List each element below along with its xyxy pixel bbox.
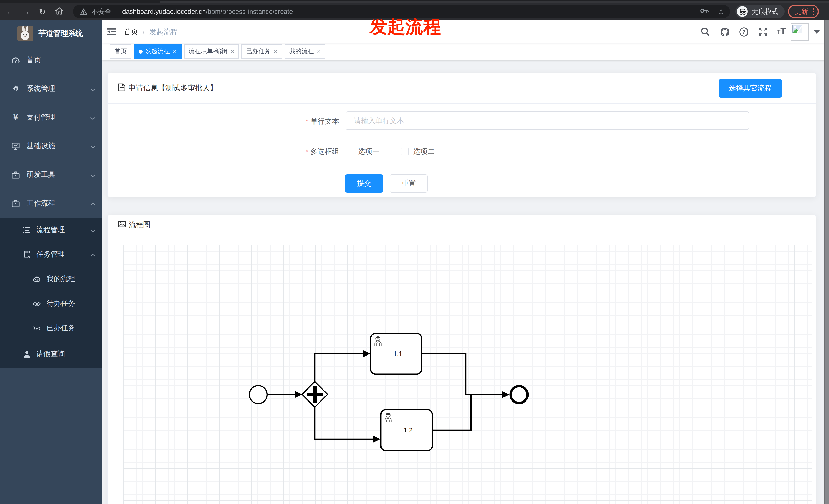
incognito-icon — [737, 6, 748, 17]
bpmn-canvas[interactable]: 1.1 1.2 — [123, 245, 812, 504]
flow-task2-end — [432, 395, 471, 430]
avatar[interactable] — [791, 23, 808, 41]
url-divider — [117, 8, 117, 15]
page-scrollbar[interactable] — [824, 21, 829, 504]
checkbox-option-2[interactable] — [401, 148, 409, 155]
avatar-caret-icon[interactable] — [814, 30, 820, 34]
card-title: 流程图 — [129, 220, 150, 230]
parallel-gateway[interactable] — [302, 382, 328, 407]
search-icon[interactable] — [700, 27, 710, 37]
yen-icon: ¥ — [11, 113, 20, 122]
github-icon[interactable] — [720, 27, 730, 37]
password-key-icon[interactable] — [700, 8, 709, 15]
tab-label: 我的流程 — [289, 47, 314, 56]
sidebar-item-infra[interactable]: 基础设施 — [0, 132, 102, 160]
browser-tab-strip — [0, 0, 829, 3]
sidebar-item-label: 任务管理 — [36, 250, 65, 259]
browser-menu-icon[interactable] — [813, 8, 814, 15]
user-task-1-1[interactable]: 1.1 — [370, 333, 422, 374]
card-title: 申请信息【测试多审批人】 — [129, 83, 217, 93]
url-domain: dashboard.yudao.iocoder.cn — [122, 8, 206, 15]
svg-text:?: ? — [742, 29, 745, 35]
sidebar-item-done-tasks[interactable]: 已办任务 — [0, 316, 102, 341]
sidebar-item-payment[interactable]: ¥ 支付管理 — [0, 103, 102, 132]
task-label: 1.2 — [403, 426, 413, 434]
sidebar: 芋道管理系统 首页 系统管理 ¥ 支付管理 — [0, 21, 102, 504]
user-task-1-2[interactable]: 1.2 — [381, 410, 432, 451]
font-size-icon[interactable]: TT — [776, 27, 787, 37]
url-path: /bpm/process-instance/create — [206, 8, 293, 15]
image-icon — [118, 221, 126, 229]
close-icon[interactable]: × — [274, 48, 278, 55]
sidebar-item-my-process[interactable]: 我的流程 — [0, 267, 102, 292]
sidebar-item-leave-query[interactable]: 请假查询 — [0, 341, 102, 368]
tab-label: 发起流程 — [145, 47, 170, 56]
tab-start-process[interactable]: 发起流程 × — [134, 44, 181, 59]
screen: ← → ↻ 不安全 dashboard.yudao.iocoder.cn /bp… — [0, 0, 829, 504]
checkbox-option-1[interactable] — [346, 148, 353, 155]
sidebar-item-process-mgmt[interactable]: 流程管理 — [0, 218, 102, 242]
sidebar-item-task-mgmt[interactable]: 任务管理 — [0, 242, 102, 267]
bookmark-star-icon[interactable]: ☆ — [717, 7, 725, 16]
close-icon[interactable]: × — [230, 48, 234, 55]
incognito-badge: 无痕模式 — [735, 5, 785, 18]
sidebar-item-label: 待办任务 — [46, 299, 75, 308]
list-icon — [23, 226, 31, 234]
sidebar-item-home[interactable]: 首页 — [0, 46, 102, 75]
checkbox-option-2-label[interactable]: 选项二 — [413, 147, 435, 156]
chevron-up-icon — [90, 250, 96, 259]
switch-process-button[interactable]: 选择其它流程 — [719, 79, 782, 98]
required-mark: * — [305, 117, 309, 125]
chevron-down-icon — [90, 85, 96, 93]
process-diagram-card: 流程图 — [107, 215, 816, 504]
sidebar-item-workflow[interactable]: 工作流程 — [0, 189, 102, 218]
end-event[interactable] — [511, 386, 528, 403]
sidebar-item-label: 研发工具 — [27, 170, 55, 180]
sidebar-collapse-icon[interactable] — [107, 27, 116, 36]
app-logo-row[interactable]: 芋道管理系统 — [0, 21, 102, 46]
sidebar-item-label: 我的流程 — [46, 274, 75, 284]
eye-icon — [33, 300, 41, 308]
help-icon[interactable]: ? — [738, 27, 749, 37]
chevron-down-icon — [90, 171, 96, 179]
tab-label: 首页 — [114, 47, 127, 56]
tab-done-tasks[interactable]: 已办任务 × — [241, 44, 282, 59]
checkbox-option-1-label[interactable]: 选项一 — [358, 147, 380, 156]
tab-my-process[interactable]: 我的流程 × — [285, 44, 326, 59]
close-icon[interactable]: × — [173, 48, 177, 55]
back-icon[interactable]: ← — [3, 7, 16, 16]
sidebar-item-devtools[interactable]: 研发工具 — [0, 160, 102, 189]
tab-label: 流程表单-编辑 — [188, 47, 227, 56]
bpmn-diagram: 1.1 1.2 — [123, 245, 812, 504]
incognito-label: 无痕模式 — [752, 7, 779, 16]
breadcrumb-home[interactable]: 首页 — [124, 28, 138, 37]
sidebar-item-todo-tasks[interactable]: 待办任务 — [0, 292, 102, 316]
submit-button[interactable]: 提交 — [345, 174, 383, 193]
document-icon — [118, 83, 125, 93]
sidebar-item-label: 请假查询 — [36, 350, 65, 359]
close-icon[interactable]: × — [317, 48, 321, 55]
single-line-text-input[interactable] — [346, 111, 749, 130]
diagram-card-header: 流程图 — [108, 215, 816, 235]
reset-button[interactable]: 重置 — [390, 174, 428, 193]
home-icon[interactable] — [52, 6, 66, 17]
reload-icon[interactable]: ↻ — [36, 7, 49, 16]
start-event[interactable] — [249, 386, 267, 403]
task-label: 1.1 — [393, 350, 402, 357]
forward-icon[interactable]: → — [20, 7, 33, 16]
tab-form-edit[interactable]: 流程表单-编辑 × — [184, 44, 239, 59]
tab-home[interactable]: 首页 — [110, 44, 132, 59]
browser-active-tab[interactable] — [159, 1, 829, 3]
security-label: 不安全 — [92, 7, 111, 16]
robot-face-icon — [33, 275, 41, 283]
sidebar-item-system[interactable]: 系统管理 — [0, 75, 102, 103]
not-secure-warning-icon[interactable] — [80, 8, 87, 15]
sidebar-item-label: 首页 — [27, 56, 41, 65]
browser-update-button[interactable]: 更新 — [788, 5, 819, 18]
app-logo — [17, 25, 33, 41]
breadcrumb: 首页 / 发起流程 — [124, 28, 178, 37]
update-label: 更新 — [795, 7, 808, 16]
toolbox-icon — [11, 170, 20, 179]
checkbox-group: 选项一 选项二 — [346, 147, 456, 156]
fullscreen-icon[interactable] — [758, 27, 768, 37]
